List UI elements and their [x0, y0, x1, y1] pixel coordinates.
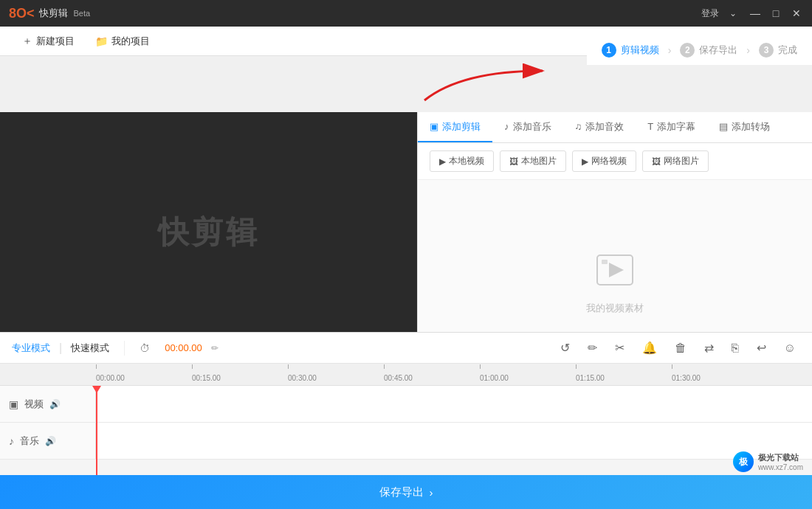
video-track-content[interactable]	[96, 386, 812, 422]
video-track-name: 视频	[24, 398, 44, 411]
timeline-toolbar: 专业模式 | 快速模式 ⏱ 00:00.00 ✏ ↺ ✏ ✂ 🔔 🗑 ⇄ ⎘ ↩…	[0, 333, 812, 364]
minimize-button[interactable]: —	[749, 7, 762, 20]
sfx-tab-label: 添加音效	[585, 120, 624, 134]
ruler-mark-5: 01:15.00	[576, 374, 672, 382]
music-track-content[interactable]	[96, 423, 812, 459]
bottom-bar: 保存导出 ›	[0, 475, 812, 509]
step-2: 2 保存导出	[680, 43, 737, 58]
preview-watermark: 快剪辑	[158, 212, 260, 253]
beta-badge: Beta	[74, 9, 91, 18]
local-image-button[interactable]: 🖼 本地图片	[500, 150, 566, 172]
online-image-button[interactable]: 🖼 网络图片	[642, 150, 709, 172]
pen-tool[interactable]: ✏	[583, 338, 602, 358]
timeline-timecode: 00:00.00	[165, 342, 202, 353]
save-export-label: 保存导出	[379, 485, 424, 499]
red-arrow-overlay	[417, 56, 579, 115]
my-projects-label: 我的项目	[111, 35, 150, 48]
ruler-mark-4: 01:00.00	[480, 374, 576, 382]
subtitle-tab-icon: T	[647, 121, 653, 132]
restore-button[interactable]: □	[769, 7, 782, 20]
emoji-tool[interactable]: ☺	[780, 339, 800, 358]
cut-tool[interactable]: ✂	[610, 338, 629, 358]
watermark-text: 极光下载站 www.xz7.com	[758, 452, 803, 471]
preview-area: 快剪辑	[0, 112, 417, 353]
online-video-icon: ▶	[582, 156, 588, 167]
watermark-url: www.xz7.com	[758, 463, 803, 471]
fast-mode-button[interactable]: 快速模式	[71, 339, 109, 358]
back-tool[interactable]: ↩	[752, 338, 771, 358]
music-track-icon: ♪	[9, 435, 14, 447]
online-video-button[interactable]: ▶ 网络视频	[572, 150, 636, 172]
app-logo-icon: 8O<	[9, 6, 35, 21]
tab-add-clip[interactable]: ▣ 添加剪辑	[418, 112, 492, 142]
video-track-volume-icon[interactable]: 🔊	[49, 399, 61, 409]
local-image-icon: 🖼	[509, 156, 518, 167]
undo-tool[interactable]: ↺	[556, 338, 574, 358]
step-3-label: 完成	[778, 44, 797, 57]
folder-icon: 📁	[95, 35, 108, 47]
music-track-name: 音乐	[20, 434, 39, 448]
media-empty-icon	[596, 254, 634, 294]
login-button[interactable]: 登录	[701, 7, 719, 20]
music-tab-icon: ♪	[504, 121, 509, 132]
step-1-num: 1	[602, 43, 616, 58]
my-projects-button[interactable]: 📁 我的项目	[85, 30, 160, 52]
edit-timecode-icon[interactable]: ✏	[211, 343, 219, 353]
ruler-mark-6: 01:30.00	[672, 374, 768, 382]
new-project-icon: ＋	[22, 35, 32, 48]
delete-tool[interactable]: 🗑	[670, 339, 691, 358]
step-3-num: 3	[759, 43, 774, 58]
online-image-label: 网络图片	[664, 155, 699, 167]
watermark-site-name: 极光下载站	[758, 452, 803, 463]
step-1-label: 剪辑视频	[621, 44, 659, 57]
clip-tab-label: 添加剪辑	[442, 120, 481, 134]
new-project-button[interactable]: ＋ 新建项目	[12, 30, 85, 52]
app-title: 快剪辑	[39, 7, 68, 20]
video-track-row: ▣ 视频 🔊	[0, 386, 812, 423]
online-video-label: 网络视频	[591, 155, 627, 167]
title-controls: 登录 ⌄	[701, 7, 737, 20]
ruler-mark-3: 00:45.00	[384, 374, 480, 382]
local-video-button[interactable]: ▶ 本地视频	[430, 150, 494, 172]
local-video-icon: ▶	[439, 156, 446, 167]
titlebar-dropdown-icon[interactable]: ⌄	[729, 8, 737, 18]
video-track-icon: ▣	[9, 398, 18, 410]
window-controls: — □ ✕	[749, 7, 803, 20]
step-1: 1 剪辑视频	[602, 43, 659, 58]
step-arrow-2: ›	[746, 44, 750, 56]
close-button[interactable]: ✕	[790, 7, 803, 20]
transition-tab-icon: ▤	[719, 121, 728, 132]
swap-tool[interactable]: ⇄	[700, 338, 718, 358]
music-track-volume-icon[interactable]: 🔊	[45, 436, 56, 446]
local-video-label: 本地视频	[449, 155, 484, 167]
tab-add-transition[interactable]: ▤ 添加转场	[707, 112, 782, 142]
local-image-label: 本地图片	[521, 155, 557, 167]
ruler-mark-2: 00:30.00	[288, 374, 384, 382]
save-export-button[interactable]: 保存导出 ›	[379, 485, 433, 499]
professional-mode-button[interactable]: 专业模式	[12, 339, 50, 358]
mode-divider: |	[59, 342, 62, 355]
ruler-mark-0: 00:00.00	[96, 374, 192, 382]
sfx-tab-icon: ♫	[575, 121, 582, 132]
step-arrow-1: ›	[668, 44, 672, 56]
menubar: ＋ 新建项目 📁 我的项目 1 剪辑视频 › 2 保存导出 › 3 完成	[0, 27, 812, 56]
transition-tab-label: 添加转场	[732, 120, 770, 134]
svg-rect-2	[602, 260, 608, 264]
tab-add-music[interactable]: ♪ 添加音乐	[492, 112, 563, 142]
music-track-row: ♪ 音乐 🔊	[0, 423, 812, 460]
ruler-marks: 00:00.00 00:15.00 00:30.00 00:45.00 01:0…	[96, 374, 812, 382]
tab-bar: ▣ 添加剪辑 ♪ 添加音乐 ♫ 添加音效 T 添加字幕 ▤ 添加转场	[418, 112, 812, 143]
music-tab-label: 添加音乐	[513, 120, 551, 134]
watermark-area: 极 极光下载站 www.xz7.com	[733, 451, 803, 472]
titlebar: 8O< 快剪辑 Beta 登录 ⌄ — □ ✕	[0, 0, 812, 27]
bell-tool[interactable]: 🔔	[638, 338, 661, 358]
timeline-ruler: 00:00.00 00:15.00 00:30.00 00:45.00 01:0…	[0, 364, 812, 386]
tab-add-subtitle[interactable]: T 添加字幕	[636, 112, 707, 142]
watermark-logo: 极	[733, 451, 754, 472]
toolbar-separator	[124, 341, 125, 356]
tab-add-sfx[interactable]: ♫ 添加音效	[563, 112, 636, 142]
ruler-mark-1: 00:15.00	[192, 374, 288, 382]
copy-tool[interactable]: ⎘	[727, 339, 743, 358]
new-project-label: 新建项目	[36, 35, 75, 48]
media-toolbar: ▶ 本地视频 🖼 本地图片 ▶ 网络视频 🖼 网络图片	[418, 143, 812, 180]
